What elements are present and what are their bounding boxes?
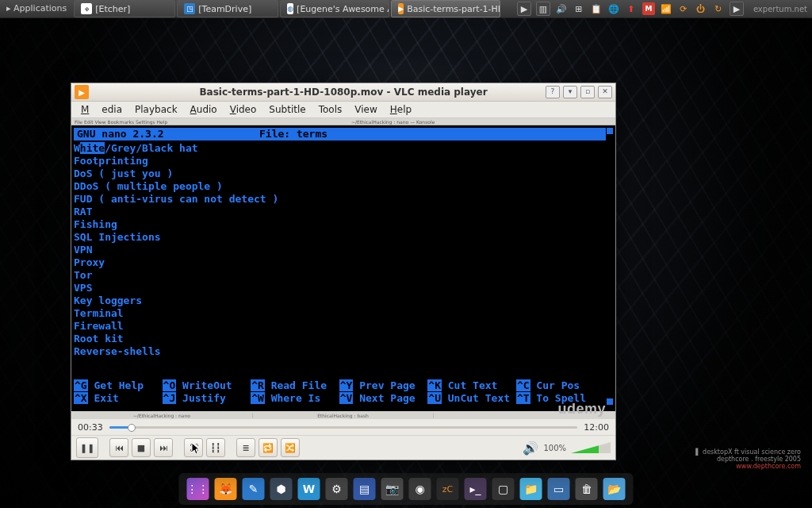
tray-sync-icon[interactable]: ↻ [712, 2, 725, 15]
vlc-video-area[interactable]: File Edit View Bookmarks Settings Help ~… [71, 118, 615, 419]
globe-icon: ◍ [287, 3, 293, 14]
dock-terminal-icon[interactable]: ▸_ [465, 478, 487, 500]
dock-files-icon[interactable]: 📁 [520, 478, 542, 500]
taskbar-item-teamdrive[interactable]: ◳[TeamDrive] [177, 0, 278, 17]
dock-camera-icon[interactable]: 📷 [381, 478, 404, 500]
vlc-shuffle-button[interactable]: 🔀 [281, 438, 300, 457]
menu-help[interactable]: Help [384, 102, 418, 117]
dock-disc-icon[interactable]: ◉ [409, 478, 431, 500]
dock-apps-icon[interactable]: ⋮⋮ [187, 478, 209, 500]
video-terminal-scrollbar [607, 128, 613, 405]
tray-network-icon[interactable]: 📶 [660, 2, 672, 15]
tray-bluetooth-icon[interactable]: ⟳ [677, 2, 690, 15]
session-label: expertum.net [749, 5, 812, 13]
vlc-playlist-button[interactable]: ≣ [236, 438, 255, 457]
menu-video[interactable]: Video [224, 102, 263, 117]
wallpaper-credit: ▌ desktopX ft visual science zero depthc… [695, 448, 801, 470]
menu-audio[interactable]: Audio [184, 102, 224, 117]
dock: ⋮⋮ 🦊 ✎ ⬢ W ⚙ ▤ 📷 ◉ zC ▸_ ▢ 📁 ▭ 🗑 📂 [179, 473, 634, 505]
vlc-time-elapsed[interactable]: 00:33 [78, 422, 103, 433]
dock-notes-icon[interactable]: ✎ [243, 478, 265, 500]
nano-help-bar: ^G Get Help ^O WriteOut ^R Read File ^Y … [74, 379, 606, 405]
window-close-button[interactable]: ✕ [598, 86, 612, 98]
vlc-pause-button[interactable]: ❚❚ [76, 437, 98, 458]
tray-media-icon[interactable]: ▶ [730, 2, 744, 16]
menu-subtitle[interactable]: Subtitle [262, 102, 312, 117]
vlc-volume-slider[interactable] [571, 442, 611, 453]
vlc-stop-button[interactable]: ■ [132, 438, 151, 457]
window-maximize-button[interactable]: ▫ [580, 86, 595, 98]
dock-hex-icon[interactable]: ⬢ [270, 478, 293, 500]
tray-grid-icon[interactable]: ⊞ [573, 2, 585, 15]
system-tray: ▶ ▥ 🔊 ⊞ 📋 🌐 ⬆ M 📶 ⟳ ⏻ ↻ ▶ [512, 2, 749, 16]
dock-trash-icon[interactable]: 🗑 [576, 478, 598, 500]
vlc-loop-button[interactable]: 🔁 [259, 438, 278, 457]
nano-file-label: File: terms [259, 128, 327, 140]
dock-tray-icon[interactable]: ▭ [548, 478, 570, 500]
nano-body: White/Grey/Black hat Footprinting DoS ( … [74, 140, 606, 358]
applications-menu[interactable]: ▸ Applications [0, 0, 73, 17]
dock-folder-icon[interactable]: 📂 [603, 478, 626, 500]
vlc-time-row: 00:33 12:00 [71, 419, 615, 435]
nano-version: GNU nano 2.3.2 [77, 128, 259, 140]
vlc-window: ▶ Basic-terms-part-1-HD-1080p.mov - VLC … [71, 83, 616, 460]
dock-terminal2-icon[interactable]: ▢ [492, 478, 515, 500]
top-panel: ▸ Applications ⟐[Etcher] ◳[TeamDrive] ◍[… [0, 0, 812, 18]
tray-clipboard-icon[interactable]: 📋 [590, 2, 603, 15]
tray-globe-icon[interactable]: 🌐 [607, 2, 620, 15]
vlc-next-button[interactable]: ⏭ [154, 438, 173, 457]
taskbar-item-eugene[interactable]: ◍[Eugene's Awesome A... [280, 0, 389, 17]
tray-volume-icon[interactable]: 🔊 [555, 2, 568, 15]
nano-titlebar: GNU nano 2.3.2 File: terms [74, 128, 606, 140]
etcher-icon: ⟐ [81, 3, 92, 14]
video-konsole-titlebar: File Edit View Bookmarks Settings Help ~… [71, 118, 615, 125]
menu-view[interactable]: View [348, 102, 383, 117]
tray-vlc-icon[interactable]: ▶ [517, 2, 531, 16]
taskbar-item-etcher[interactable]: ⟐[Etcher] [74, 0, 175, 17]
window-minimize-button[interactable]: ▾ [563, 86, 577, 98]
vlc-speaker-icon[interactable]: 🔊 [523, 441, 538, 456]
tray-power-icon[interactable]: ⏻ [695, 2, 707, 15]
vlc-fullscreen-button[interactable]: ⛶ [184, 438, 203, 457]
vlc-prev-button[interactable]: ⏮ [109, 438, 128, 457]
tray-updates-icon[interactable]: ⬆ [625, 2, 638, 15]
dock-w-icon[interactable]: W [298, 478, 320, 500]
dock-zc-icon[interactable]: zC [437, 478, 459, 500]
scrollbar-down-icon [607, 398, 613, 405]
vlc-seek-bar[interactable] [109, 423, 578, 431]
tray-pager-icon[interactable]: ▥ [536, 2, 550, 16]
vlc-title-text: Basic-terms-part-1-HD-1080p.mov - VLC me… [71, 87, 615, 98]
window-help-button[interactable]: ? [546, 86, 560, 98]
vlc-controls-row: ❚❚ ⏮ ■ ⏭ ⛶ ┇┇ ≣ 🔁 🔀 🔊 100% [71, 435, 615, 460]
video-nano-terminal: GNU nano 2.3.2 File: terms White/Grey/Bl… [74, 128, 606, 405]
vlc-titlebar[interactable]: ▶ Basic-terms-part-1-HD-1080p.mov - VLC … [71, 83, 615, 102]
taskbar-item-vlc[interactable]: ▶Basic-terms-part-1-HD... [391, 0, 500, 17]
vlc-volume-percent: 100% [543, 444, 566, 452]
menu-media[interactable]: Media [75, 102, 128, 117]
udemy-watermark: udemy [557, 401, 606, 418]
vlc-time-total[interactable]: 12:00 [584, 422, 609, 433]
tray-mail-icon[interactable]: M [642, 2, 655, 15]
scrollbar-up-icon [607, 128, 613, 134]
vlc-volume-control[interactable]: 🔊 100% [523, 441, 611, 456]
vlc-ext-settings-button[interactable]: ┇┇ [206, 438, 225, 457]
vlc-icon: ▶ [398, 3, 404, 14]
dock-firefox-icon[interactable]: 🦊 [215, 478, 237, 500]
menu-tools[interactable]: Tools [312, 102, 349, 117]
dock-book-icon[interactable]: ▤ [354, 478, 376, 500]
vlc-cone-icon: ▶ [75, 85, 89, 99]
dock-settings-icon[interactable]: ⚙ [326, 478, 348, 500]
teamdrive-icon: ◳ [184, 3, 195, 14]
menu-playback[interactable]: Playback [128, 102, 184, 117]
vlc-menubar: Media Playback Audio Video Subtitle Tool… [71, 102, 615, 118]
video-konsole-taskbar: ~/EthicalHacking : nano EthicalHacking :… [71, 411, 615, 419]
